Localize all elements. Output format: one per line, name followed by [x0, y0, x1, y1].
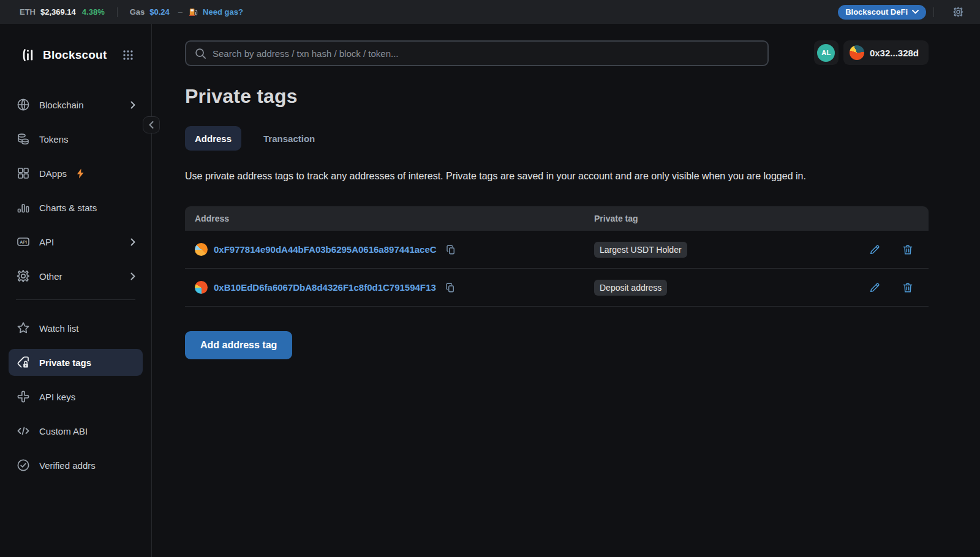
svg-text:API: API — [20, 240, 27, 244]
address-link[interactable]: 0xB10EdD6fa6067DbA8d4326F1c8f0d1C791594F… — [214, 282, 436, 293]
edit-tag-button[interactable] — [867, 280, 882, 295]
coins-icon — [16, 132, 31, 146]
sidebar-divider — [16, 299, 135, 300]
network-stats: ETH $2,369.14 4.38% Gas $0.24 – Need gas… — [20, 7, 243, 17]
tag-cell: Largest USDT Holder — [594, 242, 849, 258]
private-tag-badge: Largest USDT Holder — [594, 242, 687, 258]
brand-name[interactable]: Blockscout — [43, 48, 107, 62]
brand: Blockscout — [0, 47, 151, 63]
address-identicon — [195, 243, 208, 256]
trash-icon — [902, 282, 914, 294]
need-gas-link[interactable]: Need gas? — [203, 7, 243, 17]
api-keys-icon — [16, 389, 31, 404]
wallet-address: 0x32...328d — [870, 48, 919, 58]
address-cell: 0xF977814e90dA44bFA03b6295A0616a897441ac… — [185, 243, 594, 256]
add-address-tag-button[interactable]: Add address tag — [185, 331, 292, 359]
chevron-right-icon — [130, 272, 135, 280]
sidebar-item-private-tags[interactable]: Private tags — [9, 349, 143, 376]
defi-dropdown-button[interactable]: Blockscout DeFi — [838, 5, 926, 20]
tab-address[interactable]: Address — [185, 126, 241, 151]
gear-icon — [16, 269, 31, 283]
fuel-pump-icon — [189, 7, 198, 17]
sidebar-item-label: Private tags — [39, 357, 91, 368]
sidebar-item-label: Charts & stats — [39, 203, 97, 213]
sidebar-item-blockchain[interactable]: Blockchain — [9, 91, 143, 118]
delete-tag-button[interactable] — [900, 242, 915, 257]
avatar: AL — [817, 44, 835, 62]
wallet-avatar — [850, 45, 864, 60]
settings-gear-button[interactable] — [950, 4, 967, 20]
copy-address-button[interactable] — [443, 281, 457, 294]
top-stats-bar: ETH $2,369.14 4.38% Gas $0.24 – Need gas… — [0, 0, 980, 24]
wallet-button[interactable]: 0x32...328d — [843, 40, 929, 65]
blockscout-logo[interactable] — [21, 47, 37, 63]
tab-transaction[interactable]: Transaction — [254, 126, 325, 151]
lightning-icon — [77, 168, 85, 179]
chevron-down-icon — [912, 10, 919, 14]
sidebar-item-label: Blockchain — [39, 100, 84, 110]
actions-cell — [849, 280, 929, 295]
sidebar-collapse-button[interactable] — [143, 116, 160, 133]
sidebar-item-charts-stats[interactable]: Charts & stats — [9, 194, 143, 221]
private-tag-lock-icon — [16, 355, 31, 370]
sidebar-item-label: API — [39, 237, 54, 247]
address-identicon — [195, 281, 208, 294]
copy-icon — [445, 244, 456, 255]
table-row: 0xB10EdD6fa6067DbA8d4326F1c8f0d1C791594F… — [185, 269, 929, 307]
sidebar-item-verified-addrs[interactable]: Verified addrs — [9, 452, 143, 479]
sidebar-item-label: Watch list — [39, 323, 78, 334]
address-link[interactable]: 0xF977814e90dA44bFA03b6295A0616a897441ac… — [214, 244, 437, 255]
sidebar-item-dapps[interactable]: DApps — [9, 160, 143, 187]
code-brackets-icon — [16, 424, 31, 438]
sidebar-item-label: DApps — [39, 168, 67, 179]
sidebar-item-api[interactable]: API API — [9, 228, 143, 255]
delete-tag-button[interactable] — [900, 280, 915, 295]
pencil-icon — [869, 282, 881, 294]
sidebar-item-other[interactable]: Other — [9, 263, 143, 290]
check-circle-icon — [16, 458, 31, 473]
copy-address-button[interactable] — [444, 243, 458, 256]
account-avatar-button[interactable]: AL — [814, 40, 839, 65]
sidebar: Blockscout — [0, 24, 152, 557]
divider — [933, 7, 934, 17]
main-content: AL 0x32...328d Private tags Address Tran… — [152, 24, 980, 557]
trash-icon — [902, 244, 914, 256]
tabs: Address Transaction — [185, 126, 929, 151]
sidebar-item-api-keys[interactable]: API keys — [9, 383, 143, 410]
search-box[interactable] — [185, 40, 769, 66]
edit-tag-button[interactable] — [867, 242, 882, 257]
dapps-grid-icon — [16, 166, 31, 181]
sidebar-item-tokens[interactable]: Tokens — [9, 125, 143, 152]
gas-dash: – — [178, 7, 183, 17]
bar-chart-icon — [16, 200, 31, 215]
apps-grid-button[interactable] — [121, 48, 135, 62]
eth-label: ETH — [20, 7, 36, 17]
sidebar-item-custom-abi[interactable]: Custom ABI — [9, 417, 143, 444]
private-tags-table: Address Private tag 0xF977814e90dA44bFA0… — [185, 206, 929, 307]
private-tag-badge: Deposit address — [594, 280, 667, 296]
api-badge-icon: API — [16, 234, 31, 249]
sidebar-account-nav: Watch list Private tags API keys — [0, 315, 151, 479]
table-row: 0xF977814e90dA44bFA03b6295A0616a897441ac… — [185, 231, 929, 269]
profile-area: AL 0x32...328d — [814, 40, 929, 65]
sidebar-item-label: Verified addrs — [39, 460, 96, 471]
chevron-right-icon — [130, 238, 135, 246]
actions-cell — [849, 242, 929, 257]
search-input[interactable] — [213, 48, 759, 59]
sidebar-item-watch-list[interactable]: Watch list — [9, 315, 143, 342]
topbar-actions: Blockscout DeFi — [838, 4, 967, 20]
sidebar-main-nav: Blockchain Tokens — [0, 91, 151, 290]
grid-dots-icon — [123, 50, 134, 61]
sidebar-item-label: Tokens — [39, 134, 69, 144]
pencil-icon — [869, 244, 881, 256]
chevron-left-icon — [149, 121, 154, 129]
gas-label: Gas — [130, 7, 145, 17]
address-cell: 0xB10EdD6fa6067DbA8d4326F1c8f0d1C791594F… — [185, 281, 594, 294]
gear-icon — [952, 6, 964, 18]
table-header: Address Private tag — [185, 206, 929, 231]
divider — [117, 7, 118, 17]
globe-icon — [16, 97, 31, 112]
defi-dropdown-label: Blockscout DeFi — [845, 7, 908, 17]
page-title: Private tags — [185, 85, 929, 108]
gas-price-link[interactable]: $0.24 — [149, 7, 170, 17]
